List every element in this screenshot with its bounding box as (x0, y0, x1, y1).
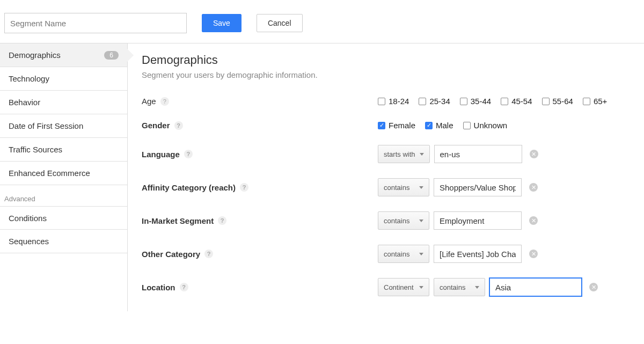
checkbox[interactable] (419, 98, 426, 105)
checkbox[interactable] (378, 98, 385, 105)
language-label: Language (142, 150, 180, 159)
panel-title: Demographics (142, 53, 633, 67)
help-icon[interactable]: ? (174, 121, 183, 130)
chevron-down-icon (420, 153, 424, 156)
sidebar: Demographics 6 Technology Behavior Date … (0, 43, 128, 311)
location-dimension-select[interactable]: Continent (378, 278, 429, 296)
chevron-down-icon (419, 186, 423, 189)
age-option-18-24[interactable]: 18-24 (378, 97, 409, 106)
sidebar-item-label: Date of First Session (9, 121, 83, 130)
age-option-55-64[interactable]: 55-64 (542, 97, 573, 106)
checkbox[interactable] (542, 98, 550, 105)
main-panel: Demographics Segment your users by demog… (128, 43, 644, 311)
cancel-button[interactable]: Cancel (257, 14, 303, 32)
sidebar-item-sequences[interactable]: Sequences (0, 230, 127, 253)
gender-options: ✓Female ✓Male Unknown (378, 121, 507, 130)
remove-icon[interactable]: ✕ (529, 183, 538, 192)
other-label: Other Category (142, 250, 200, 259)
help-icon[interactable]: ? (218, 216, 226, 225)
sidebar-item-traffic-sources[interactable]: Traffic Sources (0, 138, 127, 162)
age-option-35-44[interactable]: 35-44 (460, 97, 491, 106)
sidebar-item-behavior[interactable]: Behavior (0, 91, 127, 114)
help-icon[interactable]: ? (204, 250, 213, 258)
gender-option-male[interactable]: ✓Male (425, 121, 453, 130)
age-label: Age (142, 97, 156, 106)
remove-icon[interactable]: ✕ (529, 216, 538, 225)
save-button[interactable]: Save (202, 14, 241, 32)
language-operator-select[interactable]: starts with (378, 145, 430, 163)
sidebar-item-enhanced-ecommerce[interactable]: Enhanced Ecommerce (0, 162, 127, 185)
sidebar-item-label: Traffic Sources (9, 145, 62, 154)
remove-icon[interactable]: ✕ (530, 150, 538, 158)
age-option-45-54[interactable]: 45-54 (501, 97, 532, 106)
inmarket-value-input[interactable] (434, 211, 522, 230)
help-icon[interactable]: ? (160, 97, 169, 106)
checkbox[interactable]: ✓ (425, 122, 433, 129)
chevron-down-icon (419, 253, 423, 255)
help-icon[interactable]: ? (184, 150, 193, 158)
sidebar-item-label: Conditions (9, 214, 47, 223)
inmarket-operator-select[interactable]: contains (378, 211, 429, 230)
checkbox[interactable]: ✓ (378, 122, 385, 129)
sidebar-item-technology[interactable]: Technology (0, 67, 127, 91)
inmarket-label: In-Market Segment (142, 216, 214, 225)
other-operator-select[interactable]: contains (378, 245, 429, 263)
sidebar-item-first-session[interactable]: Date of First Session (0, 114, 127, 138)
chevron-down-icon (419, 219, 423, 222)
sidebar-item-label: Behavior (9, 98, 40, 107)
sidebar-advanced-header: Advanced (0, 185, 127, 206)
sidebar-item-conditions[interactable]: Conditions (0, 206, 127, 230)
checkbox[interactable] (463, 122, 471, 129)
age-options: 18-24 25-34 35-44 45-54 55-64 65+ (378, 97, 607, 106)
segment-name-input[interactable] (4, 13, 187, 33)
sidebar-badge: 6 (104, 51, 119, 60)
location-value-input[interactable] (489, 278, 582, 296)
sidebar-item-label: Sequences (9, 237, 49, 246)
affinity-operator-select[interactable]: contains (378, 178, 429, 196)
other-value-input[interactable] (434, 245, 522, 263)
affinity-value-input[interactable] (434, 178, 522, 196)
sidebar-item-demographics[interactable]: Demographics 6 (0, 43, 127, 67)
age-option-25-34[interactable]: 25-34 (419, 97, 450, 106)
sidebar-item-label: Enhanced Ecommerce (9, 169, 90, 178)
gender-label: Gender (142, 121, 170, 130)
chevron-down-icon (419, 286, 423, 289)
location-operator-select[interactable]: contains (434, 278, 485, 296)
affinity-label: Affinity Category (reach) (142, 183, 236, 192)
panel-subtitle: Segment your users by demographic inform… (142, 70, 633, 79)
sidebar-item-label: Technology (9, 74, 49, 83)
gender-option-unknown[interactable]: Unknown (463, 121, 508, 130)
checkbox[interactable] (501, 98, 508, 105)
remove-icon[interactable]: ✕ (589, 283, 598, 291)
checkbox[interactable] (460, 98, 467, 105)
gender-option-female[interactable]: ✓Female (378, 121, 415, 130)
remove-icon[interactable]: ✕ (529, 250, 538, 258)
help-icon[interactable]: ? (180, 283, 188, 291)
age-option-65plus[interactable]: 65+ (583, 97, 607, 106)
language-value-input[interactable] (434, 145, 522, 163)
chevron-down-icon (475, 286, 479, 289)
sidebar-item-label: Demographics (9, 50, 61, 60)
location-label: Location (142, 283, 175, 292)
help-icon[interactable]: ? (240, 183, 248, 192)
checkbox[interactable] (583, 98, 590, 105)
